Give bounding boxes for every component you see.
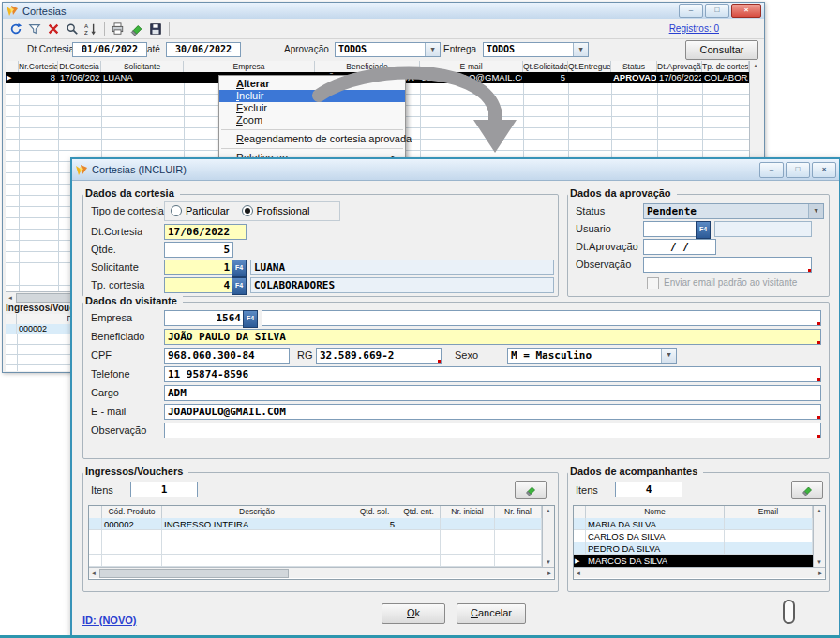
- close-button[interactable]: ×: [812, 162, 836, 178]
- sort-icon[interactable]: AZ: [82, 21, 99, 37]
- chevron-down-icon[interactable]: ▼: [661, 349, 676, 363]
- eraser-icon: [801, 484, 814, 496]
- toolbar-separator: [169, 22, 170, 36]
- clear-filter-icon[interactable]: [44, 21, 62, 37]
- table-row[interactable]: MARIA DA SILVA: [574, 518, 813, 530]
- radio-off-icon: [171, 205, 182, 216]
- empresa-code-field[interactable]: 1564: [164, 310, 245, 326]
- itens-acompanhantes-field[interactable]: 4: [615, 482, 682, 497]
- rg-field[interactable]: 32.589.669-2: [316, 348, 442, 364]
- clear-acompanhantes-button[interactable]: [791, 481, 823, 499]
- refresh-icon[interactable]: [7, 21, 24, 37]
- telefone-label: Telefone: [91, 368, 130, 379]
- acompanhantes-horizontal-scrollbar[interactable]: ◄►: [574, 567, 825, 578]
- itens-ingressos-field[interactable]: 1: [130, 482, 198, 497]
- table-row[interactable]: CARLOS DA SILVA: [574, 530, 813, 542]
- beneficiado-field[interactable]: JOÃO PAULO DA SILVA: [164, 329, 821, 345]
- ingressos-vertical-scrollbar[interactable]: ▲▼: [542, 506, 554, 567]
- chevron-down-icon[interactable]: ▼: [573, 43, 588, 56]
- print-icon[interactable]: [109, 21, 127, 37]
- eraser-icon[interactable]: [128, 21, 145, 37]
- ingressos-grid-header: Cód. Produto Descrição Qtd. sol. Qtd. en…: [89, 506, 542, 519]
- empresa-name-field[interactable]: [262, 310, 821, 326]
- tp-cortesia-code-field[interactable]: 4: [164, 277, 233, 293]
- observacao-visitante-field[interactable]: [164, 423, 821, 438]
- cortesias-titlebar[interactable]: Cortesias – □ ×: [3, 3, 764, 20]
- radio-particular[interactable]: Particular: [171, 205, 229, 216]
- table-row[interactable]: 000002 INGRESSO INTEIRA 5: [89, 518, 542, 530]
- scroll-left-icon: ◄: [576, 571, 581, 576]
- row-marker-icon: ▶: [6, 72, 19, 83]
- chevron-down-icon: ▼: [808, 204, 823, 218]
- row-marker-icon: ▶: [574, 555, 586, 567]
- dt-to-field[interactable]: 30/06/2022: [166, 42, 241, 57]
- observacao-visitante-label: Observação: [91, 424, 146, 436]
- email-field[interactable]: JOAOPAULO@GMAIL.COM: [164, 404, 821, 420]
- cpf-label: CPF: [91, 349, 112, 361]
- telefone-field[interactable]: 11 95874-8596: [164, 366, 821, 382]
- window-title: Cortesias: [22, 6, 677, 17]
- empresa-label: Empresa: [91, 312, 132, 323]
- itens-ingressos-label: Itens: [91, 484, 113, 496]
- group-acompanhantes: Dados de acompanhantes Itens 4 Nome Emai…: [567, 472, 830, 592]
- usuario-lookup-button[interactable]: F4: [696, 221, 711, 239]
- aprovacao-select[interactable]: TODOS ▼: [335, 42, 441, 57]
- clear-ingressos-button[interactable]: [515, 481, 547, 499]
- cargo-field[interactable]: ADM: [164, 385, 821, 401]
- minimize-button[interactable]: –: [679, 4, 703, 18]
- radio-on-icon: [242, 205, 253, 216]
- dt-cortesia-filter-label: Dt.Cortesia: [27, 44, 74, 54]
- tp-cortesia-lookup-button[interactable]: F4: [232, 277, 247, 295]
- radio-profissional[interactable]: Profissional: [242, 205, 310, 216]
- dt-from-field[interactable]: 01/06/2022: [72, 42, 147, 57]
- ingressos-horizontal-scrollbar[interactable]: ◄►: [89, 567, 554, 578]
- group-dados-visitante: Dados do visitante Empresa 1564 F4 Benef…: [82, 302, 830, 459]
- save-icon[interactable]: [146, 21, 164, 37]
- sexo-select[interactable]: M = Masculino ▼: [507, 348, 677, 364]
- scroll-up-icon: ▲: [546, 508, 551, 513]
- solicitante-lookup-button[interactable]: F4: [232, 260, 247, 277]
- id-novo-link[interactable]: ID: (NOVO): [82, 615, 136, 626]
- app-icon: [6, 5, 19, 17]
- cortesias-incluir-window: Cortesias (INCLUIR) – □ × Dados da corte…: [70, 157, 840, 637]
- toolbar-separator: [104, 22, 105, 36]
- group-title: Ingressos/Vouchers: [83, 466, 188, 477]
- empresa-lookup-button[interactable]: F4: [243, 310, 258, 328]
- table-row-empty: [89, 555, 542, 567]
- qtde-field[interactable]: 5: [164, 242, 233, 258]
- usuario-code-field[interactable]: [643, 221, 698, 237]
- entrega-select[interactable]: TODOS ▼: [483, 42, 589, 57]
- acompanhantes-vertical-scrollbar[interactable]: ▲▼: [813, 506, 825, 567]
- beneficiado-label: Beneficiado: [91, 331, 145, 342]
- cancelar-button[interactable]: Cancelar: [457, 603, 526, 624]
- scroll-left-icon: ◄: [91, 571, 97, 576]
- maximize-button[interactable]: □: [786, 162, 810, 178]
- search-icon[interactable]: [63, 21, 81, 37]
- enviar-email-checkbox[interactable]: Enviar email padrão ao visitante: [647, 277, 797, 289]
- table-row-empty: [89, 542, 542, 555]
- table-row[interactable]: PEDRO DA SILVA: [574, 542, 813, 555]
- chevron-down-icon[interactable]: ▼: [425, 43, 440, 56]
- scroll-right-icon: ►: [818, 571, 823, 576]
- observacao-aprovacao-field[interactable]: [643, 257, 812, 273]
- minimize-button[interactable]: –: [759, 162, 784, 178]
- cpf-field[interactable]: 968.060.300-84: [164, 348, 290, 364]
- registros-link[interactable]: Registros: 0: [669, 23, 719, 34]
- close-button[interactable]: ×: [731, 4, 761, 18]
- observacao-aprovacao-label: Observação: [576, 259, 631, 270]
- table-row-selected[interactable]: ▶MARCOS DA SILVA: [574, 555, 813, 567]
- filter-icon[interactable]: [25, 21, 43, 37]
- eraser-icon: [524, 484, 537, 496]
- tp-cortesia-name-field: COLABORADORES: [250, 277, 554, 293]
- maximize-button[interactable]: □: [705, 4, 729, 18]
- acompanhantes-grid-header: Nome Email: [574, 506, 813, 519]
- itens-acompanhantes-label: Itens: [576, 484, 598, 496]
- dt-aprovacao-field[interactable]: / /: [643, 239, 716, 255]
- incluir-titlebar[interactable]: Cortesias (INCLUIR) – □ ×: [72, 159, 839, 181]
- ok-button[interactable]: Ok: [382, 603, 445, 624]
- solicitante-code-field[interactable]: 1: [164, 260, 233, 275]
- consultar-button[interactable]: Consultar: [685, 40, 758, 60]
- dt-cortesia-field[interactable]: 17/06/2022: [164, 224, 247, 240]
- tp-cortesia-label: Tp. cortesia: [91, 279, 144, 290]
- status-select[interactable]: Pendente ▼: [643, 203, 824, 219]
